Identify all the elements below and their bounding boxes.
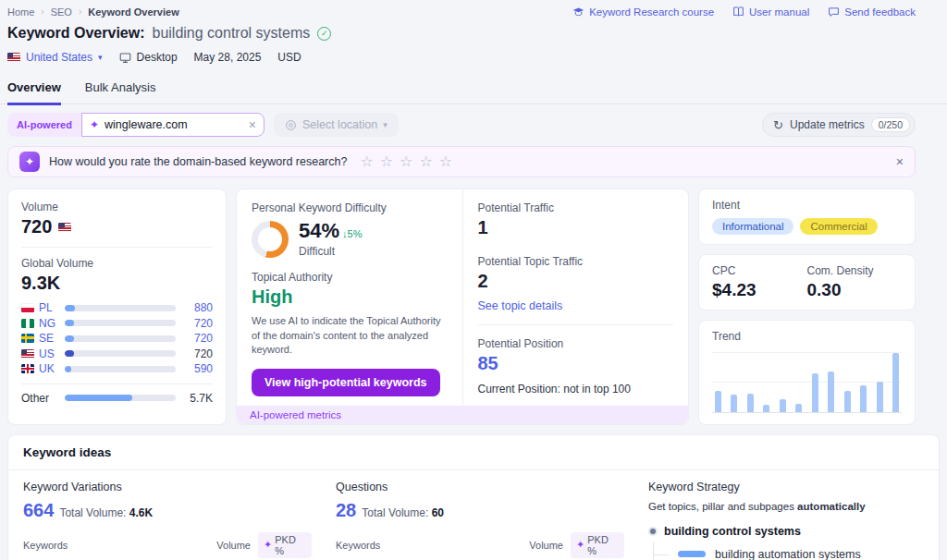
flag-ng-icon [21, 319, 34, 328]
pkd-donut-chart [252, 221, 289, 258]
update-quota-badge: 0/250 [871, 117, 910, 132]
intent-commercial-pill[interactable]: Commercial [800, 218, 877, 235]
country-volume-bar [65, 366, 176, 372]
flag-se-icon [21, 334, 34, 343]
breadcrumb-current: Keyword Overview [88, 6, 178, 18]
country-code-link[interactable]: SE [39, 332, 54, 345]
keyword-search-input[interactable] [105, 118, 249, 131]
country-row-se: SE 720 [21, 331, 213, 347]
metric-cards: Volume 720 Global Volume 9.3K PL 880 NG … [0, 189, 947, 425]
table-header: Keywords Volume ✦PKD % [23, 532, 312, 560]
keyword-variations-column: Keyword Variations 664 Total Volume: 4.6… [23, 481, 312, 560]
keyword-search-group: AI-powered ✦ × [7, 113, 264, 137]
country-code-link[interactable]: US [39, 347, 55, 360]
trend-bar [892, 353, 899, 412]
cpc-card: CPC $4.23 Com. Density 0.30 [698, 254, 916, 310]
analyzed-keyword: building control systems [153, 25, 311, 42]
country-volume-bar [65, 320, 176, 326]
topical-authority-value: High [252, 286, 448, 308]
flag-uk-icon [21, 364, 34, 373]
strategy-tree: building control systems building automa… [648, 525, 924, 560]
country-volume-value[interactable]: 590 [182, 362, 213, 375]
trend-bar [780, 399, 786, 412]
intent-informational-pill[interactable]: Informational [712, 218, 793, 235]
country-row-pl: PL 880 [21, 300, 213, 316]
trend-bar [828, 371, 834, 411]
strategy-subtopic: building automation systems [654, 542, 924, 560]
user-manual-link[interactable]: User manual [732, 6, 809, 18]
pkd-value: 54% [299, 219, 339, 242]
us-flag-icon [58, 223, 71, 232]
trend-card: Trend [698, 320, 916, 425]
star-icon[interactable]: ☆ [439, 154, 452, 169]
trend-bar [795, 404, 802, 412]
star-icon[interactable]: ☆ [380, 154, 393, 169]
country-code-link[interactable]: NG [39, 317, 55, 330]
ai-sparkle-icon: ✦ [576, 539, 584, 551]
topical-authority-description: We use AI to indicate the Topical Author… [252, 314, 448, 358]
clear-input-icon[interactable]: × [249, 118, 256, 131]
potential-traffic-label: Potential Traffic [478, 201, 674, 214]
other-volume-value: 5.7K [182, 392, 213, 405]
tab-overview[interactable]: Overview [7, 77, 61, 105]
tab-bulk-analysis[interactable]: Bulk Analysis [85, 77, 156, 103]
country-code-link[interactable]: UK [39, 362, 55, 375]
trend-bar [731, 395, 737, 412]
country-volume-value[interactable]: 880 [182, 301, 213, 314]
other-countries-row: Other 5.7K [21, 391, 213, 407]
refresh-icon: ↻ [773, 118, 783, 132]
monitor-icon [119, 52, 131, 64]
country-row-us: US 720 [21, 347, 213, 362]
breadcrumb-sep-icon: › [79, 6, 81, 17]
flag-us-icon [21, 349, 34, 359]
country-code-link[interactable]: PL [39, 301, 53, 314]
top-nav: Keyword Research course User manual Send… [572, 6, 916, 18]
send-feedback-link[interactable]: Send feedback [828, 6, 916, 18]
pkd-delta: ↓5% [342, 228, 362, 239]
ai-powered-badge: AI-powered [7, 113, 81, 137]
potential-position-value: 85 [478, 353, 674, 374]
book-icon [732, 6, 744, 18]
trend-bar [844, 391, 851, 412]
table-header: Keywords Volume ✦PKD % [336, 532, 624, 560]
breadcrumb-seo[interactable]: SEO [51, 6, 72, 18]
verified-check-icon: ✓ [317, 27, 331, 41]
keyword-overview-page: Home › SEO › Keyword Overview Keyword Re… [0, 0, 947, 560]
intent-label: Intent [712, 199, 902, 212]
difficulty-card: Personal Keyword Difficulty 54%↓5% Diffi… [236, 189, 689, 425]
potential-traffic-value: 1 [478, 217, 674, 238]
ai-sparkle-icon: ✦ [264, 539, 272, 551]
keyword-strategy-label: Keyword Strategy [648, 481, 924, 493]
close-banner-icon[interactable]: × [896, 154, 904, 169]
country-volume-bar [65, 335, 176, 342]
keyword-research-course-link[interactable]: Keyword Research course [572, 6, 714, 18]
breadcrumb-home[interactable]: Home [7, 6, 34, 18]
update-metrics-button[interactable]: ↻ Update metrics 0/250 [762, 113, 916, 137]
competitive-density-label: Com. Density [807, 264, 903, 277]
ai-powered-metrics-strip: AI-powered metrics [237, 406, 688, 424]
feedback-question: How would you rate the domain-based keyw… [49, 155, 347, 168]
country-volume-value[interactable]: 720 [182, 332, 213, 345]
page-title: Keyword Overview: [7, 25, 145, 42]
tabs-bar: Overview Bulk Analysis [0, 77, 947, 104]
strategy-root-topic: building control systems [648, 525, 924, 538]
rating-stars: ☆ ☆ ☆ ☆ ☆ [360, 154, 452, 169]
star-icon[interactable]: ☆ [419, 154, 432, 169]
chevron-down-icon: ▾ [98, 53, 103, 62]
location-select[interactable]: Select location ▾ [274, 113, 399, 137]
view-high-potential-keywords-button[interactable]: View high-potential keywords [252, 369, 440, 396]
country-volume-value[interactable]: 720 [182, 317, 213, 330]
country-selector[interactable]: United States ▾ [7, 51, 103, 64]
see-topic-details-link[interactable]: See topic details [478, 299, 674, 312]
keyword-ideas-section: Keyword ideas Keyword Variations 664 Tot… [7, 434, 940, 560]
trend-label: Trend [712, 330, 902, 343]
cpc-label: CPC [712, 264, 807, 277]
pkd-level: Difficult [299, 245, 362, 258]
questions-count-link[interactable]: 28 [336, 500, 356, 521]
variations-count-link[interactable]: 664 [23, 500, 54, 521]
device-selector[interactable]: Desktop [119, 51, 178, 64]
star-icon[interactable]: ☆ [400, 154, 412, 169]
star-icon[interactable]: ☆ [360, 154, 373, 169]
volume-value: 720 [21, 216, 213, 237]
country-volume-list: PL 880 NG 720 SE 720 US 720 [21, 300, 213, 377]
